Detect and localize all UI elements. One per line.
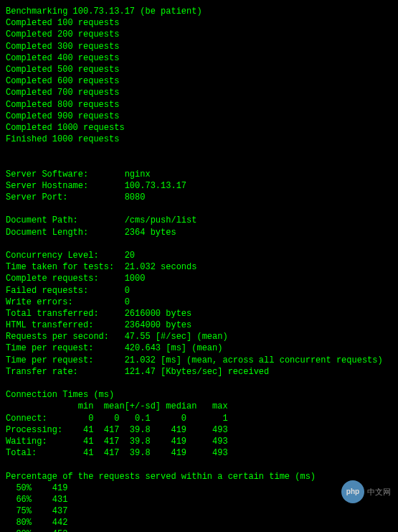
value: 1000: [125, 274, 146, 284]
progress-line: Completed 100 requests: [6, 17, 392, 29]
value: 21.032 seconds: [125, 262, 197, 272]
php-logo-icon: php: [341, 480, 364, 503]
progress-line: Finished 1000 requests: [6, 134, 392, 145]
concurrency-row: Concurrency Level: 20: [6, 250, 392, 261]
label: Concurrency Level:: [6, 251, 99, 261]
value: 2616000 bytes: [125, 309, 192, 319]
percentile-row: 90% 452: [6, 528, 392, 532]
blank-line: [6, 378, 392, 389]
label: Transfer rate:: [6, 367, 78, 377]
label: Server Software:: [6, 169, 88, 179]
progress-line: Completed 400 requests: [6, 52, 392, 64]
progress-line: Completed 300 requests: [6, 41, 392, 52]
value: 0: [125, 286, 130, 296]
progress-lines: Completed 100 requests Completed 200 req…: [6, 17, 392, 145]
value: 20: [125, 251, 135, 261]
conn-processing-row: Processing: 41 417 39.8 419 493: [6, 424, 392, 436]
label: Document Length:: [6, 228, 88, 238]
blank-line: [6, 203, 392, 215]
value: 100.73.13.17: [125, 181, 186, 191]
progress-line: Completed 900 requests: [6, 111, 392, 122]
rps-row: Requests per second: 47.55 [#/sec] (mean…: [6, 331, 392, 342]
progress-line: Completed 800 requests: [6, 99, 392, 111]
progress-line: Completed 200 requests: [6, 29, 392, 40]
label: Complete requests:: [6, 274, 99, 284]
blank-line: [6, 238, 392, 250]
blank-line: [6, 459, 392, 470]
document-path-row: Document Path: /cms/push/list: [6, 215, 392, 226]
progress-line: Completed 600 requests: [6, 75, 392, 87]
label: Write errors:: [6, 297, 73, 307]
label: Total transferred:: [6, 309, 99, 319]
failed-requests-row: Failed requests: 0: [6, 285, 392, 297]
total-transferred-row: Total transferred: 2616000 bytes: [6, 308, 392, 319]
value: 8080: [125, 192, 146, 202]
value: 47.55 [#/sec] (mean): [125, 332, 228, 342]
value: 121.47 [Kbytes/sec] received: [125, 367, 270, 377]
label: HTML transferred:: [6, 320, 93, 330]
value: 2364000 bytes: [125, 320, 192, 330]
label: Document Path:: [6, 215, 78, 225]
label: Time taken for tests:: [6, 262, 114, 272]
document-length-row: Document Length: 2364 bytes: [6, 227, 392, 238]
conn-times-title: Connection Times (ms): [6, 389, 392, 401]
value: nginx: [125, 169, 151, 179]
label: Failed requests:: [6, 286, 88, 296]
progress-line: Completed 1000 requests: [6, 122, 392, 134]
percentiles-title: Percentage of the requests served within…: [6, 471, 392, 482]
label: Requests per second:: [6, 332, 109, 342]
percentile-row: 66% 431: [6, 494, 392, 505]
server-hostname-row: Server Hostname: 100.73.13.17: [6, 180, 392, 192]
tpr2-row: Time per request: 21.032 [ms] (mean, acr…: [6, 355, 392, 366]
conn-times-header: min mean[+/-sd] median max: [6, 401, 392, 412]
value: 2364 bytes: [125, 228, 176, 238]
progress-line: Completed 500 requests: [6, 64, 392, 75]
value: 21.032 [ms] (mean, across all concurrent…: [125, 355, 383, 365]
write-errors-row: Write errors: 0: [6, 297, 392, 308]
tpr1-row: Time per request: 420.643 [ms] (mean): [6, 342, 392, 354]
percentile-row: 80% 442: [6, 517, 392, 528]
complete-requests-row: Complete requests: 1000: [6, 273, 392, 284]
value: 0: [125, 297, 130, 307]
label: Time per request:: [6, 355, 93, 365]
server-software-row: Server Software: nginx: [6, 169, 392, 180]
server-port-row: Server Port: 8080: [6, 192, 392, 203]
conn-waiting-row: Waiting: 41 417 39.8 419 493: [6, 436, 392, 447]
benchmarking-line: Benchmarking 100.73.13.17 (be patient): [6, 6, 392, 17]
blank-line: [6, 157, 392, 168]
value: 420.643 [ms] (mean): [125, 343, 223, 353]
value: /cms/push/list: [125, 215, 197, 225]
html-transferred-row: HTML transferred: 2364000 bytes: [6, 319, 392, 331]
percentile-row: 50% 419: [6, 482, 392, 494]
progress-line: Completed 700 requests: [6, 87, 392, 98]
conn-total-row: Total: 41 417 39.8 419 493: [6, 447, 392, 459]
time-taken-row: Time taken for tests: 21.032 seconds: [6, 261, 392, 273]
label: Server Port:: [6, 192, 67, 202]
conn-connect-row: Connect: 0 0 0.1 0 1: [6, 413, 392, 424]
blank-line: [6, 145, 392, 157]
transfer-rate-row: Transfer rate: 121.47 [Kbytes/sec] recei…: [6, 366, 392, 378]
watermark-text: 中文网: [367, 487, 391, 498]
label: Server Hostname:: [6, 181, 88, 191]
watermark: php 中文网: [341, 480, 391, 503]
percentile-row: 75% 437: [6, 505, 392, 517]
label: Time per request:: [6, 343, 93, 353]
